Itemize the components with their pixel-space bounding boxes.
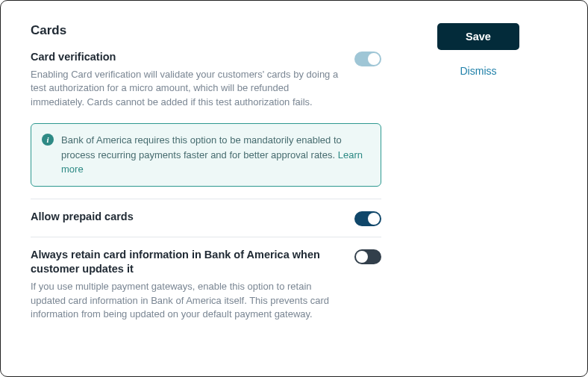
settings-panel: Cards Card verification Enabling Card ve… <box>0 0 588 377</box>
info-callout: i Bank of America requires this option t… <box>31 123 381 187</box>
setting-allow-prepaid: Allow prepaid cards <box>31 210 381 237</box>
dismiss-link[interactable]: Dismiss <box>419 65 538 77</box>
info-text-wrapper: Bank of America requires this option to … <box>61 133 370 177</box>
always-retain-label: Always retain card information in Bank o… <box>31 248 340 277</box>
card-verification-label: Card verification <box>31 50 340 65</box>
main-column: Cards Card verification Enabling Card ve… <box>31 23 381 332</box>
side-actions: Save Dismiss <box>419 23 538 332</box>
setting-always-retain: Always retain card information in Bank o… <box>31 248 381 333</box>
card-verification-description: Enabling Card verification will validate… <box>31 68 340 110</box>
info-icon: i <box>42 134 54 146</box>
allow-prepaid-toggle[interactable] <box>354 211 381 226</box>
info-text: Bank of America requires this option to … <box>61 134 342 161</box>
allow-prepaid-label: Allow prepaid cards <box>31 210 340 225</box>
save-button[interactable]: Save <box>437 23 519 50</box>
divider <box>31 199 381 199</box>
card-verification-toggle[interactable] <box>354 52 381 66</box>
setting-card-verification: Card verification Enabling Card verifica… <box>31 50 381 120</box>
always-retain-toggle[interactable] <box>354 249 381 264</box>
divider <box>31 237 381 237</box>
section-title: Cards <box>31 23 381 38</box>
always-retain-description: If you use multiple payment gateways, en… <box>31 280 340 323</box>
